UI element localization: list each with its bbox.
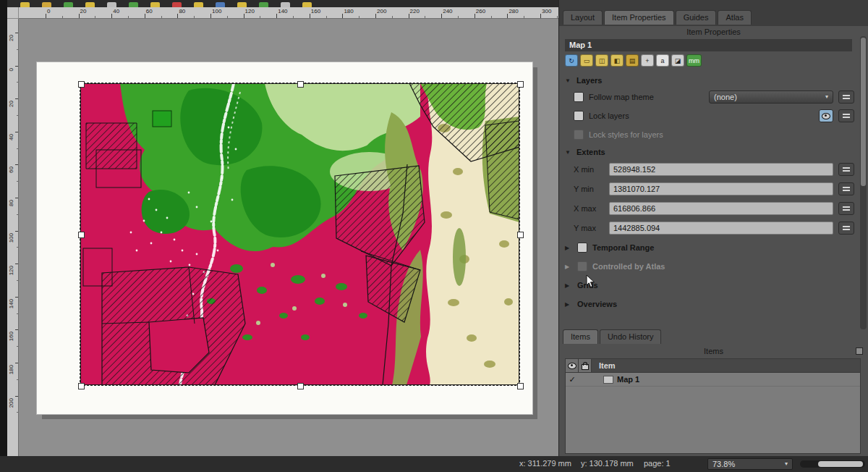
toolbar-icon-14[interactable] xyxy=(302,2,312,7)
xmin-label: X min xyxy=(574,165,604,174)
cursor-y-readout: y: 130.178 mm xyxy=(581,459,634,468)
set-scale-to-canvas-icon[interactable]: ◧ xyxy=(610,54,624,67)
selection-handle[interactable] xyxy=(78,383,85,389)
selection-handle[interactable] xyxy=(78,81,85,88)
ruler-tick xyxy=(507,14,508,18)
panel-scrollbar[interactable] xyxy=(860,36,867,329)
tab-item-properties[interactable]: Item Properties xyxy=(604,10,674,25)
tab-layout[interactable]: Layout xyxy=(563,10,603,25)
ruler-tick xyxy=(46,14,46,18)
toolbar-icon-1[interactable] xyxy=(20,2,30,7)
data-defined-override-button[interactable] xyxy=(838,202,854,215)
selection-handle[interactable] xyxy=(297,383,304,389)
tab-items[interactable]: Items xyxy=(563,329,598,344)
toolbar-icon-12[interactable] xyxy=(259,2,268,7)
selection-handle[interactable] xyxy=(297,81,304,88)
layout-canvas[interactable] xyxy=(19,19,558,456)
status-bar: x: 311.279 mm y: 130.178 mm page: 1 73.8… xyxy=(0,456,868,472)
data-defined-override-button[interactable] xyxy=(838,182,854,195)
toolbar-icon-6[interactable] xyxy=(129,2,138,7)
map-theme-select[interactable]: (none) ▾ xyxy=(709,90,833,104)
selection-handle[interactable] xyxy=(517,232,524,238)
section-layers[interactable]: ▼ Layers xyxy=(565,76,854,85)
labeling-settings-icon[interactable]: a xyxy=(656,54,669,67)
set-extent-to-canvas-icon[interactable]: ▭ xyxy=(580,54,593,67)
map-theme-value: (none) xyxy=(714,91,737,103)
section-grids[interactable]: ▶ Grids xyxy=(565,279,854,292)
ruler-tick xyxy=(392,16,393,18)
toolbar-icon-13[interactable] xyxy=(281,2,290,7)
item-visible-checkmark[interactable]: ✓ xyxy=(566,375,579,384)
top-toolbar[interactable] xyxy=(7,0,558,7)
table-row[interactable]: ✓ Map 1 xyxy=(566,373,860,387)
toolbar-icon-10[interactable] xyxy=(216,2,225,7)
ruler-tick-label: 280 xyxy=(509,8,518,14)
temporal-range-checkbox[interactable] xyxy=(577,243,587,253)
controlled-by-atlas-label: Controlled by Atlas xyxy=(592,262,665,271)
selected-item-title: Map 1 xyxy=(565,39,852,51)
selection-handle[interactable] xyxy=(517,383,524,389)
ruler-tick xyxy=(128,16,129,18)
tab-guides[interactable]: Guides xyxy=(676,10,717,25)
lock-layers-checkbox[interactable] xyxy=(574,111,584,121)
toolbar-icon-2[interactable] xyxy=(42,2,51,7)
ruler-tick-label: 140 xyxy=(8,299,14,308)
section-extents-title: Extents xyxy=(576,148,605,156)
ruler-tick-label: 300 xyxy=(542,8,551,14)
units-badge[interactable]: mm xyxy=(686,54,702,67)
ymax-label: Y max xyxy=(574,224,604,232)
tab-atlas[interactable]: Atlas xyxy=(718,10,751,25)
section-overviews[interactable]: ▶ Overviews xyxy=(565,298,854,311)
follow-map-theme-label: Follow map theme xyxy=(589,93,654,101)
collapse-arrow-icon: ▶ xyxy=(565,264,572,270)
toolbar-icon-7[interactable] xyxy=(150,2,160,7)
ruler-tick-label: 240 xyxy=(443,8,452,14)
xmax-input[interactable]: 616806.866 xyxy=(609,202,833,215)
scrollbar-thumb[interactable] xyxy=(861,38,866,186)
zoom-slider-thumb[interactable] xyxy=(818,461,863,467)
toolbar-icon-4[interactable] xyxy=(85,2,95,7)
section-extents[interactable]: ▼ Extents xyxy=(565,148,854,156)
zoom-level-value: 73.8% xyxy=(712,459,735,469)
ruler-tick-label: 100 xyxy=(212,8,221,14)
section-temporal-range[interactable]: ▶ Temporal Range xyxy=(565,241,854,254)
zoom-slider[interactable] xyxy=(800,460,865,468)
chevron-down-icon: ▾ xyxy=(825,91,828,103)
left-window-edge xyxy=(0,0,7,456)
layout-page[interactable] xyxy=(36,62,533,415)
toolbar-icon-11[interactable] xyxy=(237,2,247,7)
data-defined-override-button[interactable] xyxy=(838,90,854,104)
data-defined-override-button[interactable] xyxy=(838,163,854,176)
toolbar-icon-8[interactable] xyxy=(172,2,182,7)
toolbar-icon-9[interactable] xyxy=(194,2,203,7)
refresh-map-preview-icon[interactable]: ↻ xyxy=(565,54,578,67)
follow-map-theme-checkbox[interactable] xyxy=(574,92,584,102)
toolbar-icon-5[interactable] xyxy=(107,2,116,7)
bookmarks-icon[interactable]: ▤ xyxy=(626,54,639,67)
right-dock-panel: Layout Item Properties Guides Atlas Item… xyxy=(558,0,868,456)
collapse-arrow-icon: ▶ xyxy=(565,282,572,289)
selection-handle[interactable] xyxy=(78,232,85,238)
xmin-input[interactable]: 528948.152 xyxy=(609,163,833,176)
clipping-settings-icon[interactable]: ◪ xyxy=(671,54,684,67)
view-extent-in-canvas-icon[interactable]: ◫ xyxy=(595,54,608,67)
panel-caption: Item Properties xyxy=(559,28,868,36)
tab-undo-history[interactable]: Undo History xyxy=(600,329,662,344)
toolbar-icon-3[interactable] xyxy=(64,2,73,7)
map-item[interactable] xyxy=(80,83,519,385)
selection-handle[interactable] xyxy=(517,81,524,88)
ruler-tick-label: 0 xyxy=(47,8,50,14)
edit-map-extent-icon[interactable]: + xyxy=(641,54,654,67)
ruler-horizontal[interactable]: 0204060801001201401601802002202402602803… xyxy=(19,7,558,19)
zoom-level-select[interactable]: 73.8% ▾ xyxy=(707,458,793,470)
ruler-tick xyxy=(524,16,524,18)
ruler-vertical[interactable]: 20020406080100120140160180200 xyxy=(7,19,19,456)
visibility-column-header xyxy=(566,359,579,372)
ymin-input[interactable]: 1381070.127 xyxy=(609,182,833,195)
data-defined-override-button[interactable] xyxy=(838,222,854,235)
items-panel-options-icon[interactable] xyxy=(856,347,863,355)
layer-visibility-button[interactable] xyxy=(819,109,833,122)
ymax-input[interactable]: 1442885.094 xyxy=(609,222,833,235)
ruler-tick-label: 120 xyxy=(8,266,14,275)
data-defined-override-button[interactable] xyxy=(838,109,854,122)
